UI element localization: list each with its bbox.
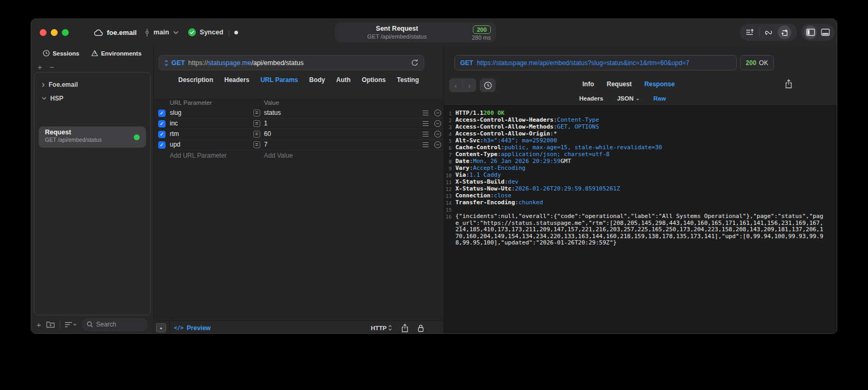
param-name[interactable]: rtm bbox=[170, 130, 179, 138]
remove-param-icon[interactable]: − bbox=[434, 131, 441, 138]
history-button[interactable] bbox=[480, 78, 496, 92]
tree-item-foe-email[interactable]: Foe.email bbox=[34, 78, 150, 92]
response-raw-view[interactable]: 1HTTP/1.1 200 OK2Access-Control-Allow-He… bbox=[444, 105, 837, 334]
search-field[interactable] bbox=[81, 318, 148, 331]
drag-handle-icon[interactable] bbox=[423, 121, 428, 128]
titlebar: foe.email main Synced | Sent Request GET… bbox=[31, 19, 837, 46]
forward-button[interactable]: › bbox=[463, 81, 476, 90]
project-name[interactable]: foe.email bbox=[107, 29, 136, 37]
toggle-bottom-panel-icon[interactable] bbox=[819, 25, 832, 39]
sent-request-summary[interactable]: GET https://statuspage.me/api/embed/stat… bbox=[454, 55, 737, 70]
expand-panel-icon[interactable]: ▲ bbox=[156, 323, 166, 332]
add-param-row[interactable]: Add URL ParameterAdd Value bbox=[170, 150, 443, 161]
header-value: public, max-age=15, stale-while-revalida… bbox=[505, 144, 662, 151]
branch-name[interactable]: main bbox=[153, 29, 169, 36]
chevron-down-icon[interactable] bbox=[42, 97, 47, 100]
sidebar-item-request[interactable]: Request GET /api/embed/status bbox=[39, 126, 146, 148]
flow-icon[interactable] bbox=[762, 25, 775, 39]
request-editor-pane: GET https://statuspage.me/api/embed/stat… bbox=[154, 46, 444, 334]
param-checkbox[interactable]: ✓ bbox=[158, 120, 166, 128]
response-tabs: InfoRequestResponse bbox=[582, 80, 675, 88]
param-row-slug: ✓slug=status− bbox=[170, 108, 443, 119]
response-tab-response[interactable]: Response bbox=[644, 80, 674, 88]
request-url-field[interactable]: GET https://statuspage.me/api/embed/stat… bbox=[159, 55, 424, 70]
search-input[interactable] bbox=[96, 321, 143, 328]
param-value[interactable]: 1 bbox=[264, 120, 268, 127]
url-scheme: https:// bbox=[188, 59, 208, 67]
response-tab-request[interactable]: Request bbox=[607, 80, 632, 88]
import-export-icon[interactable] bbox=[778, 25, 791, 39]
remove-param-icon[interactable]: − bbox=[434, 120, 441, 127]
tab-auth[interactable]: Auth bbox=[336, 76, 351, 84]
request-editor-header bbox=[154, 46, 443, 98]
param-value[interactable]: 60 bbox=[264, 130, 271, 138]
param-checkbox[interactable]: ✓ bbox=[158, 131, 166, 138]
toolbar-divider bbox=[60, 321, 60, 329]
summary-method: GET bbox=[460, 59, 473, 67]
param-name[interactable]: slug bbox=[170, 109, 181, 116]
export-response-icon[interactable] bbox=[785, 79, 792, 88]
add-request-button[interactable]: + bbox=[36, 320, 41, 329]
response-tab-info[interactable]: Info bbox=[582, 80, 594, 88]
tree-item-hsp[interactable]: HSP bbox=[34, 92, 150, 105]
header-colon: : bbox=[470, 158, 473, 165]
header-value: Mon, 26 Jan 2026 20:29:59 bbox=[473, 158, 561, 165]
toolbar-divider bbox=[759, 28, 760, 37]
sidebar-tab-environments[interactable]: Environments bbox=[91, 50, 142, 57]
drag-handle-icon[interactable] bbox=[423, 142, 428, 149]
request-item-subtitle: GET /api/embed/status bbox=[45, 137, 140, 143]
header-name: Cache-Control bbox=[455, 144, 501, 151]
close-window-button[interactable] bbox=[40, 29, 47, 36]
toggle-left-sidebar-icon[interactable] bbox=[804, 25, 817, 39]
param-name[interactable]: inc bbox=[170, 120, 178, 127]
header-value: 2026-01-26T20:29:59.859105261Z bbox=[515, 186, 620, 193]
new-folder-icon[interactable] bbox=[46, 321, 55, 328]
zoom-window-button[interactable] bbox=[62, 29, 69, 36]
remove-session-button[interactable]: − bbox=[50, 62, 54, 71]
send-reload-icon[interactable] bbox=[411, 59, 418, 67]
remove-param-icon[interactable]: − bbox=[434, 141, 441, 148]
share-icon[interactable] bbox=[401, 324, 408, 332]
chevron-right-icon[interactable] bbox=[42, 83, 45, 87]
header-colon: : bbox=[501, 144, 505, 151]
environments-icon bbox=[91, 50, 98, 57]
tab-description[interactable]: Description bbox=[178, 76, 213, 84]
tree-item-label: Foe.email bbox=[49, 81, 78, 88]
sort-filter-icon[interactable] bbox=[65, 322, 77, 328]
preview-button[interactable]: </> Preview bbox=[174, 324, 211, 332]
tab-options[interactable]: Options bbox=[362, 76, 386, 84]
remove-param-icon[interactable]: − bbox=[434, 110, 441, 116]
response-subtab-json[interactable]: JSON⌄ bbox=[617, 95, 639, 102]
request-url-text[interactable]: https://statuspage.me/api/embed/status bbox=[188, 59, 304, 67]
tab-body[interactable]: Body bbox=[309, 76, 325, 84]
param-checkbox[interactable]: ✓ bbox=[158, 110, 166, 117]
protocol-selector[interactable]: HTTP bbox=[371, 325, 392, 331]
request-method[interactable]: GET bbox=[171, 59, 185, 67]
method-selector-icon[interactable] bbox=[165, 60, 168, 66]
back-button[interactable]: ‹ bbox=[449, 81, 462, 90]
drag-handle-icon[interactable] bbox=[423, 132, 428, 138]
param-value[interactable]: status bbox=[264, 109, 281, 116]
sent-request-capsule[interactable]: Sent Request GET /api/embed/status 200 2… bbox=[335, 22, 496, 42]
code-icon: </> bbox=[174, 325, 184, 331]
add-session-button[interactable]: + bbox=[38, 62, 42, 71]
tab-testing[interactable]: Testing bbox=[397, 76, 419, 84]
param-value[interactable]: 7 bbox=[264, 141, 268, 148]
param-checkbox[interactable]: ✓ bbox=[158, 141, 166, 149]
tab-url-params[interactable]: URL Params bbox=[260, 76, 298, 84]
chevron-down-icon[interactable] bbox=[173, 31, 179, 34]
sidebar-tab-sessions[interactable]: Sessions bbox=[43, 50, 79, 57]
response-subtab-raw[interactable]: Raw bbox=[653, 95, 666, 102]
param-name[interactable]: upd bbox=[170, 141, 180, 148]
request-list-icon[interactable] bbox=[743, 25, 757, 39]
add-param-name[interactable]: Add URL Parameter bbox=[170, 152, 227, 159]
add-param-value[interactable]: Add Value bbox=[264, 152, 293, 159]
lock-icon[interactable] bbox=[417, 324, 424, 332]
minimize-window-button[interactable] bbox=[51, 29, 58, 36]
tab-headers[interactable]: Headers bbox=[224, 76, 249, 84]
sidebar-tabs: SessionsEnvironments bbox=[31, 50, 153, 57]
drag-handle-icon[interactable] bbox=[423, 111, 428, 117]
request-status-dot bbox=[134, 134, 140, 140]
response-subtab-headers[interactable]: Headers bbox=[579, 95, 603, 102]
line-number: 15 bbox=[444, 206, 455, 213]
